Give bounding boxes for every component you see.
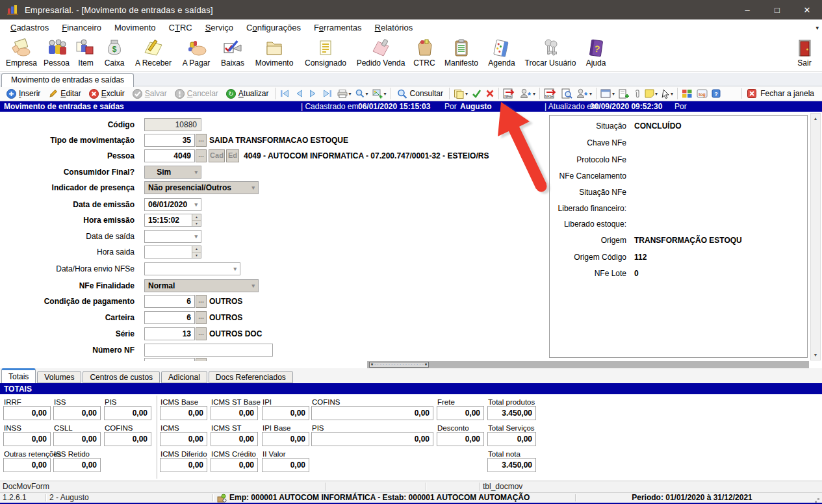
window-view-button[interactable]: ▾ [598,88,617,99]
nfse-process-dropdown-icon[interactable]: ▾ [589,91,592,97]
field-serie-lookup-button[interactable]: ... [196,327,207,340]
search-records-dropdown-icon[interactable]: ▾ [366,91,368,97]
field-indicador-de-presenca-dropdown-icon[interactable]: ▾ [251,184,258,191]
search-records-button[interactable]: ▾ [353,88,370,99]
detail-tab-centros-de-custos[interactable]: Centros de custos [83,371,160,383]
excluir-button[interactable]: Excluir [85,88,129,99]
splitter-handle[interactable]: ▾·······························▾ [369,362,429,368]
field-condicao-de-pagamento-lookup-button[interactable]: ... [196,295,207,308]
field-numero-nf-input[interactable] [144,344,273,357]
fechar-a-janela-button[interactable]: Fechar a janela [741,88,819,99]
field-hora-emissao-input[interactable]: 15:15:02▲▼ [144,214,201,227]
pointer-action-button[interactable]: ▾ [660,88,675,99]
scroll-down-icon[interactable]: ▼ [811,350,820,360]
atualizar-button[interactable]: ↻Atualizar [222,88,273,99]
cancelar-button[interactable]: Cancelar [171,88,222,99]
field-indicador-de-presenca-combo[interactable]: Não presencial/Outros▾ [144,181,259,194]
nav-prev-button[interactable] [292,88,306,99]
nfse-process-button[interactable]: *▾ [574,88,594,99]
toolbar-button-areceber[interactable]: A Receber [130,37,177,68]
toolbar-button-item[interactable]: Item [73,37,99,68]
nav-next-button[interactable] [306,88,320,99]
menu-ferramentas[interactable]: Ferramentas [307,21,368,34]
field-consumidor-final-combo[interactable]: Sim▾ [144,166,201,179]
consultar-button[interactable]: Consultar [393,88,447,99]
note-dropdown-icon[interactable]: ▾ [655,91,658,97]
toolbar-button-pedidovenda[interactable]: Pedido Venda [352,37,409,68]
copy-docs-button[interactable]: ▾ [452,88,470,99]
copy-docs-dropdown-icon[interactable]: ▾ [465,91,468,97]
toolbar-button-apagar[interactable]: A Pagar [177,37,216,68]
vertical-scrollbar[interactable]: ▲ ▼ [810,113,821,360]
field-hora-saida-input[interactable]: ▲▼ [144,246,201,258]
menu-overflow-icon[interactable]: ▾ [816,25,819,31]
toolbar-button-pessoa[interactable]: Pessoa [40,37,73,68]
toolbar-button-manifesto[interactable]: Manifesto [439,37,483,68]
menu-ctrc[interactable]: CTRC [162,21,199,34]
nav-last-button[interactable] [320,88,335,99]
field-data-hora-envio-nfse-dropdown-icon[interactable]: ▾ [233,266,240,272]
field-pessoa-cad-button[interactable]: Cad [209,149,225,162]
inserir-button[interactable]: Inserir [3,88,44,99]
field-data-hora-envio-nfse-combo[interactable]: ▾ [144,262,240,275]
field-hora-saida-spinner[interactable]: ▲▼ [192,246,201,258]
reject-button[interactable] [483,88,496,99]
export-image-dropdown-icon[interactable]: ▾ [384,91,387,97]
field-nfe-finalidade-combo[interactable]: Normal▾ [144,279,259,292]
toolbar-button-consignado[interactable]: Consignado [299,37,352,68]
nav-first-button[interactable] [277,88,292,99]
detail-tab-docs-referenciados[interactable]: Docs Referenciados [209,371,293,383]
print-dropdown-icon[interactable]: ▾ [349,91,352,97]
minimize-button[interactable]: – [732,0,762,19]
field-consumidor-final-dropdown-icon[interactable]: ▾ [194,169,201,175]
nfe-process-dropdown-icon[interactable]: ▾ [533,91,535,97]
resize-grip[interactable] [817,498,819,500]
note-button[interactable]: ▾ [643,88,660,99]
nfse-send-button[interactable]: NFSe [542,88,559,99]
tab-movimento-entradas-saidas[interactable]: Movimento de entradas e saídas [1,73,134,87]
field-carteira-input[interactable]: 6 [144,311,195,324]
toolbar-button-movimento[interactable]: Movimento [250,37,299,68]
log-button[interactable]: log [695,88,710,99]
help-window-button[interactable]: ? [710,88,723,99]
field-tipo-de-movimentacao-lookup-button[interactable]: ... [196,134,207,147]
toolbar-button-empresa[interactable]: Empresa [3,37,40,68]
field-data-de-emissao-dropdown-icon[interactable]: ▾ [194,201,201,208]
nfse-consult-button[interactable] [559,88,574,99]
window-view-dropdown-icon[interactable]: ▾ [612,91,615,97]
salvar-button[interactable]: Salvar [129,88,171,99]
detail-tab-volumes[interactable]: Volumes [37,371,81,383]
field-condicao-de-pagamento-input[interactable]: 6 [144,295,195,308]
field-data-de-saida-combo[interactable]: ▾ [144,230,201,243]
toolbar-button-agenda[interactable]: Agenda [483,37,520,68]
field-serie-input[interactable]: 13 [144,327,195,340]
export-image-button[interactable]: ▾ [370,88,389,99]
menu-relatorios[interactable]: Relatórios [368,21,420,34]
menu-financeiro[interactable]: Financeiro [55,21,108,34]
nfe-process-button[interactable]: *▾ [518,88,537,99]
detail-tab-adicional[interactable]: Adicional [161,371,207,383]
pointer-action-dropdown-icon[interactable]: ▾ [671,91,673,97]
menu-cadastros[interactable]: Cadastros [4,21,55,34]
toolbar-button-caixa[interactable]: $Caixa [99,37,130,68]
close-button[interactable]: ✕ [792,0,822,19]
detail-tab-totais[interactable]: Totais [1,368,36,383]
field-pessoa-ed-button[interactable]: Ed [226,149,239,162]
grid-config-button[interactable] [680,88,695,99]
field-data-de-saida-dropdown-icon[interactable]: ▾ [194,233,201,240]
field-hora-emissao-spinner[interactable]: ▲▼ [192,214,201,226]
field-pessoa-input[interactable]: 4049 [144,149,195,162]
menu-movimento[interactable]: Movimento [108,21,162,34]
field-nfe-finalidade-dropdown-icon[interactable]: ▾ [251,283,258,289]
editar-button[interactable]: Editar [44,88,84,99]
toolbar-button-sair[interactable]: Sair [790,37,819,68]
maximize-button[interactable]: □ [762,0,792,19]
scroll-up-icon[interactable]: ▲ [811,114,820,123]
toolbar-button-ctrc[interactable]: CTRC [409,37,439,68]
confirm-button[interactable] [470,88,483,99]
toolbar-button-ajuda[interactable]: ?Ajuda [581,37,611,68]
menu-configuracoes[interactable]: Configurações [240,21,307,34]
field-data-de-emissao-combo[interactable]: 06/01/2020▾ [144,198,201,211]
toolbar-button-trocar[interactable]: Trocar Usuário [520,37,581,68]
nfe-send-button[interactable]: NFe [501,88,518,99]
